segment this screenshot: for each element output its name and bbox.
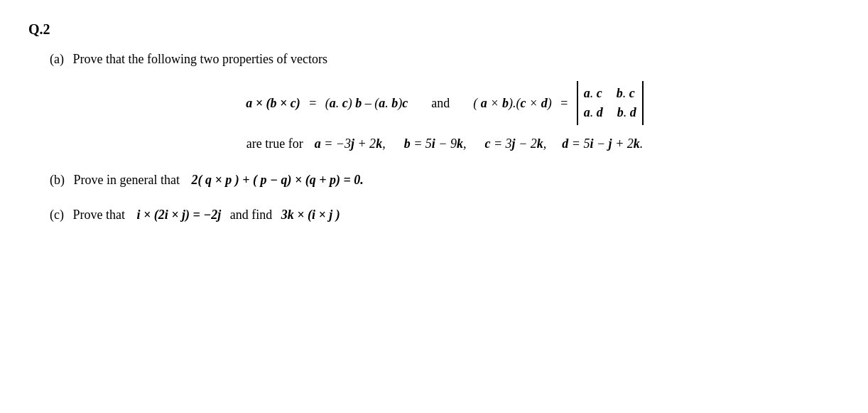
matrix-r1c1: a. c: [584, 84, 602, 103]
part-b-label: (b): [50, 173, 65, 187]
part-b-formula: 2( q × p ) + ( p − q) × (q + p) = 0.: [191, 173, 363, 187]
part-a-label: (a): [50, 52, 64, 66]
a-value: a = −3j + 2k,: [315, 136, 386, 151]
matrix-r2c1: a. d: [584, 103, 603, 122]
part-c-formula2: 3k × (i × j ): [281, 208, 340, 222]
formula-rhs1: (a. c) b – (a. b)c: [325, 96, 408, 111]
part-c-formula1: i × (2i × j) = −2j: [136, 208, 224, 222]
matrix-bracket: a. c b. c a. d b. d: [577, 81, 644, 125]
b-value: b = 5i − 9k,: [404, 136, 467, 151]
part-a-intro: Prove that the following two properties …: [72, 52, 327, 66]
matrix-r1c2: b. c: [617, 84, 635, 103]
formula-line-1: a × (b × c) = (a. c) b – (a. b)c and ( a…: [50, 81, 840, 125]
formula-lhs2: ( a × b).(c × d): [473, 96, 551, 111]
part-c-label: (c): [50, 208, 64, 222]
are-true-text: are true for: [246, 136, 303, 151]
part-c: (c) Prove that i × (2i × j) = −2j and fi…: [28, 208, 840, 222]
part-c-and: and find: [230, 208, 272, 222]
are-true-line: are true for a = −3j + 2k, b = 5i − 9k, …: [50, 136, 840, 151]
question-number: Q.2: [28, 21, 840, 38]
formula-lhs: a × (b × c): [246, 96, 300, 111]
part-c-text: Prove that: [72, 208, 125, 222]
d-value: d = 5i − j + 2k.: [562, 136, 643, 151]
c-value: c = 3j − 2k,: [484, 136, 546, 151]
formula-and: and: [425, 96, 456, 111]
part-b: (b) Prove in general that 2( q × p ) + (…: [28, 173, 840, 188]
part-b-text: Prove in general that: [74, 173, 180, 187]
matrix-r2c2: b. d: [617, 103, 636, 122]
part-a: (a) Prove that the following two propert…: [28, 52, 840, 151]
